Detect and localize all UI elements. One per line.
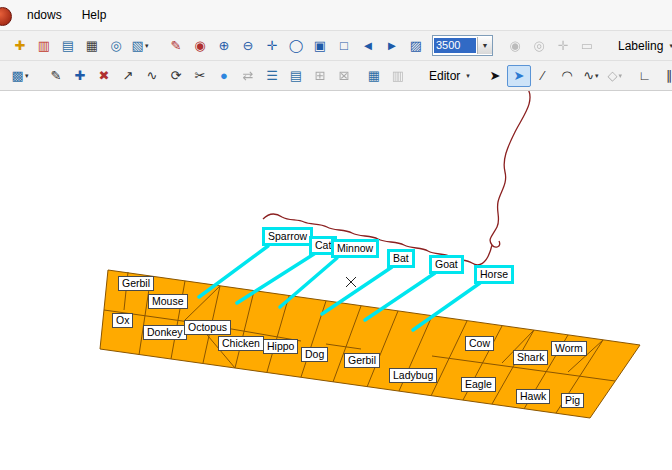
add-data-icon[interactable]: ✚ xyxy=(8,35,32,57)
split-tool-glyph: ✂ xyxy=(195,69,206,82)
continue-feature-icon[interactable]: ↗ xyxy=(116,65,140,87)
parcel-label[interactable]: Octopus xyxy=(184,320,231,335)
chevron-down-icon: ▾ xyxy=(466,72,470,80)
map-scale-combo[interactable]: 3500▼ xyxy=(432,35,493,56)
freehand-tool-glyph: ∿ xyxy=(583,69,594,82)
parallel-constraint-icon[interactable]: ∥ xyxy=(657,65,672,87)
catalog-window-icon[interactable]: ▤ xyxy=(56,35,80,57)
parcel-label[interactable]: Pig xyxy=(561,393,584,408)
fixed-zoom-out-icon[interactable]: □ xyxy=(332,35,356,57)
rotate-tool-icon[interactable]: ⟳ xyxy=(164,65,188,87)
edit-annotation-tool-icon[interactable]: ➤ xyxy=(507,65,531,87)
parcel-label[interactable]: Hawk xyxy=(516,389,550,404)
sketch-properties-glyph: ▤ xyxy=(290,69,302,82)
rotate-tool-glyph: ⟳ xyxy=(171,69,182,82)
attributes-window-icon[interactable]: ☰ xyxy=(260,65,284,87)
menu-help[interactable]: Help xyxy=(73,5,116,25)
zoom-in-icon[interactable]: ⊕ xyxy=(212,35,236,57)
parcel-label[interactable]: Hippo xyxy=(263,339,298,354)
table-window-icon[interactable]: ▦ xyxy=(362,65,386,87)
map-scale-combo-value[interactable]: 3500 xyxy=(434,38,476,53)
editor-menu[interactable]: Editor▾ xyxy=(422,67,477,85)
next-extent-icon[interactable]: ► xyxy=(380,35,404,57)
search-window-icon[interactable]: ◎ xyxy=(104,35,128,57)
delete-vertex-icon[interactable]: ✖ xyxy=(92,65,116,87)
arctoolbox-icon[interactable]: ▥ xyxy=(32,35,56,57)
chevron-down-icon: ▾ xyxy=(595,72,599,79)
add-data-glyph: ✚ xyxy=(15,39,26,52)
add-vertex-glyph: ✚ xyxy=(75,69,86,82)
edit-tool-arrow-glyph: ➤ xyxy=(489,69,500,82)
parcel-label[interactable]: Gerbil xyxy=(118,276,154,291)
map-cursor-cross xyxy=(346,277,356,287)
trace-tool-icon[interactable]: ∿ xyxy=(140,65,164,87)
parcel-label[interactable]: Shark xyxy=(513,350,548,365)
callout-label[interactable]: Bat xyxy=(387,249,415,268)
callout-leader xyxy=(365,273,435,320)
combo-dropdown-arrow-icon[interactable]: ▼ xyxy=(477,37,492,54)
edit-tool-arrow-icon[interactable]: ➤ xyxy=(483,65,507,87)
parcel-label[interactable]: Mouse xyxy=(148,294,188,309)
callout-leader xyxy=(280,258,337,307)
full-extent-icon[interactable]: ◯ xyxy=(284,35,308,57)
toc-window-icon[interactable]: ▧▾ xyxy=(128,35,152,57)
parcel-label[interactable]: Eagle xyxy=(461,377,496,392)
edit-vertices-glyph: ✎ xyxy=(51,69,62,82)
callout-leader xyxy=(322,267,392,314)
parcel-label[interactable]: Donkey xyxy=(143,325,187,340)
attributes-window-glyph: ☰ xyxy=(266,69,278,82)
callout-leader xyxy=(237,254,314,303)
zoom-out-icon[interactable]: ⊖ xyxy=(236,35,260,57)
parcel-label[interactable]: Ox xyxy=(112,313,133,328)
add-vertex-icon[interactable]: ✚ xyxy=(68,65,92,87)
html-popup-glyph: ▭ xyxy=(581,39,593,52)
straight-segment-tool-icon[interactable]: ∕ xyxy=(531,65,555,87)
select-features-icon[interactable]: ▨ xyxy=(404,35,428,57)
arc-segment-tool-icon[interactable]: ◠ xyxy=(555,65,579,87)
arctoolbox-glyph: ▥ xyxy=(38,39,50,52)
pan-icon[interactable]: ✛ xyxy=(260,35,284,57)
callout-label[interactable]: Minnow xyxy=(331,239,379,258)
fixed-zoom-out-glyph: □ xyxy=(340,39,348,52)
editor-toolbar-toggle-icon[interactable]: ✎ xyxy=(164,35,188,57)
create-features-window-icon[interactable]: ▩▾ xyxy=(8,65,32,87)
parcel-label[interactable]: Ladybug xyxy=(389,368,437,383)
app-icon xyxy=(0,7,12,26)
map-canvas[interactable]: GerbilMouseOxDonkeyOctopusChickenHippoDo… xyxy=(0,90,672,470)
editor-toolbar: ▩▾✎✚✖↗∿⟳✂●⇄☰▤⊞⊠▦▥Editor▾➤➤∕◠∿▾◇▾∟∥∠ xyxy=(0,60,672,91)
map-graphics xyxy=(0,90,672,470)
catalog-window-glyph: ▤ xyxy=(62,39,74,52)
parcel-label[interactable]: Chicken xyxy=(218,336,264,351)
fixed-zoom-in-glyph: ▣ xyxy=(314,39,326,52)
callout-label[interactable]: Horse xyxy=(474,265,514,284)
sketch-properties-icon[interactable]: ▤ xyxy=(284,65,308,87)
mirror-features-glyph: ⇄ xyxy=(243,69,254,82)
union-tool-glyph: ⊞ xyxy=(315,69,326,82)
freehand-tool-icon[interactable]: ∿▾ xyxy=(579,65,603,87)
zoom-out-glyph: ⊖ xyxy=(243,39,254,52)
python-window-glyph: ▦ xyxy=(86,39,98,52)
labeling-menu[interactable]: Labeling▾ xyxy=(611,37,672,55)
parcel-label[interactable]: Gerbil xyxy=(344,353,380,368)
menu-windows-partial[interactable]: ndows xyxy=(18,5,71,25)
perpendicular-constraint-icon[interactable]: ∟ xyxy=(633,65,657,87)
trace-tool-glyph: ∿ xyxy=(147,69,158,82)
polygon-construct-tool-glyph: ◇ xyxy=(608,69,618,82)
split-tool-icon[interactable]: ✂ xyxy=(188,65,212,87)
parcel-label[interactable]: Dog xyxy=(301,347,328,362)
window-chrome: ndows Help ✚▥▤▦◎▧▾✎◉⊕⊖✛◯▣□◄►▨3500▼◉◎✛▭La… xyxy=(0,0,672,91)
continue-feature-glyph: ↗ xyxy=(123,69,134,82)
orbit-sphere-glyph: ● xyxy=(220,69,228,82)
callout-label[interactable]: Goat xyxy=(429,255,464,274)
python-window-icon[interactable]: ▦ xyxy=(80,35,104,57)
orbit-sphere-icon[interactable]: ● xyxy=(212,65,236,87)
straight-segment-tool-glyph: ∕ xyxy=(542,69,544,82)
callout-label[interactable]: Sparrow xyxy=(262,227,313,246)
parcel-label[interactable]: Cow xyxy=(465,336,494,351)
fixed-zoom-in-icon[interactable]: ▣ xyxy=(308,35,332,57)
edit-vertices-icon[interactable]: ✎ xyxy=(44,65,68,87)
previous-extent-icon[interactable]: ◄ xyxy=(356,35,380,57)
previous-extent-glyph: ◄ xyxy=(362,39,375,52)
snapping-toolbar-icon[interactable]: ◉ xyxy=(188,35,212,57)
parcel-label[interactable]: Worm xyxy=(551,341,587,356)
